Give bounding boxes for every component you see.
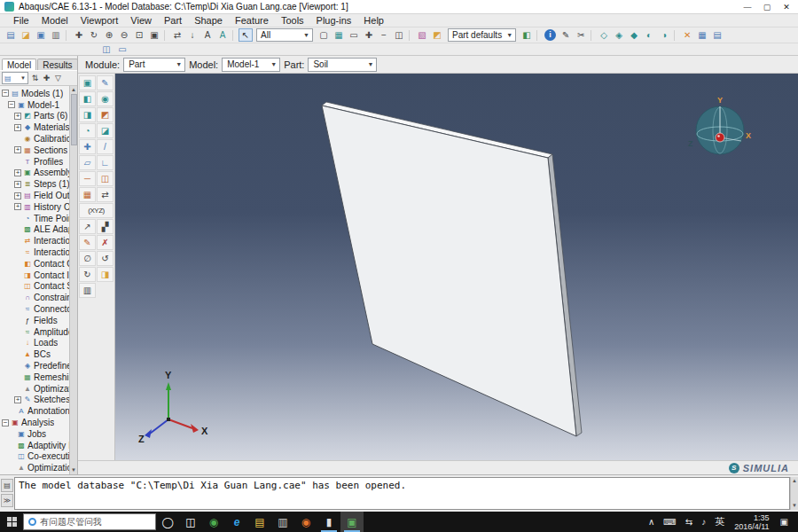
- scroll-down-icon[interactable]: ▼: [70, 466, 78, 474]
- create-chamfer-icon[interactable]: ◪: [97, 123, 113, 138]
- tree-item-predefined-fields[interactable]: ◈Predefined Fields: [0, 360, 69, 372]
- display-options-icon[interactable]: ▥: [79, 283, 96, 298]
- apply-front-view-icon[interactable]: ↓: [185, 28, 200, 42]
- tree-item-sketches[interactable]: +✎Sketches: [0, 395, 69, 406]
- pan-view-icon[interactable]: ✚: [72, 28, 86, 42]
- tree-item-ale-adaptive-mesh-constraints[interactable]: ▩ALE Adaptive Mesh Constraints: [0, 224, 69, 236]
- message-log[interactable]: The model database "C:\Temp\Di Xia Guan …: [14, 477, 790, 510]
- tree-item-parts-6[interactable]: +◩Parts (6): [0, 111, 69, 122]
- tree-item-bcs[interactable]: ▲BCs: [0, 348, 69, 360]
- scroll-down-icon[interactable]: ▼: [791, 502, 798, 510]
- tree-item-constraints[interactable]: ∩Constraints: [0, 292, 69, 303]
- tree-item-optimization-processes[interactable]: ▲Optimization Processes: [0, 462, 69, 473]
- box-zoom-icon[interactable]: ▣: [147, 28, 161, 42]
- wireframe-render-icon[interactable]: ◇: [597, 28, 611, 42]
- viewport-tile-horizontal-icon[interactable]: ◫: [99, 43, 113, 55]
- intersect-selected-icon[interactable]: ◫: [392, 28, 406, 42]
- tree-item-interaction-properties[interactable]: ≈Interaction Properties: [0, 246, 69, 258]
- hidden-line-render-icon[interactable]: ◈: [612, 28, 626, 42]
- translate-feature-icon[interactable]: ↗: [79, 219, 96, 234]
- edit-display-group-icon[interactable]: ▦: [332, 28, 346, 42]
- tree-cycle-icon[interactable]: ⇅: [29, 72, 41, 84]
- create-solid-revolve-icon[interactable]: ◉: [97, 91, 113, 106]
- menu-view[interactable]: View: [124, 15, 158, 26]
- tree-item-amplitudes[interactable]: ≈Amplitudes: [0, 326, 69, 338]
- collapse-icon[interactable]: −: [8, 101, 15, 108]
- tree-item-remeshing-rules[interactable]: ▦Remeshing Rules: [0, 372, 69, 383]
- display-group-combo[interactable]: All ▼: [256, 28, 313, 42]
- render-annotations-icon[interactable]: A: [200, 28, 215, 42]
- minimize-button[interactable]: —: [738, 1, 757, 13]
- tree-item-analysis[interactable]: −▣Analysis: [0, 417, 69, 428]
- datum-coordinates-tool[interactable]: (XYZ): [79, 203, 113, 218]
- scroll-thumb[interactable]: [71, 94, 77, 145]
- menu-shape[interactable]: Shape: [188, 15, 229, 26]
- tree-scrollbar[interactable]: ▲ ▼: [69, 86, 77, 474]
- tree-create-icon[interactable]: ✚: [41, 72, 52, 84]
- start-button[interactable]: [0, 512, 23, 532]
- query-info-icon[interactable]: i: [544, 29, 556, 41]
- collapse-icon[interactable]: −: [2, 90, 9, 97]
- mirror-feature-icon[interactable]: ⇄: [97, 187, 113, 202]
- menu-file[interactable]: File: [7, 15, 35, 26]
- datum-point-icon[interactable]: ✚: [79, 139, 96, 154]
- menu-model[interactable]: Model: [35, 15, 74, 26]
- auto-fit-view-icon[interactable]: ⊡: [132, 28, 146, 42]
- expand-icon[interactable]: +: [14, 113, 21, 120]
- datum-plane-icon[interactable]: ▱: [79, 155, 96, 170]
- tree-item-steps-1[interactable]: +≣Steps (1): [0, 178, 69, 190]
- create-part-icon[interactable]: ▣: [79, 75, 96, 90]
- menu-help[interactable]: Help: [357, 15, 390, 26]
- scroll-up-icon[interactable]: ▲: [791, 477, 798, 485]
- tree-item-assembly[interactable]: +▣Assembly: [0, 168, 69, 179]
- cortana-button[interactable]: ◯: [156, 512, 179, 532]
- action-center-icon[interactable]: ▣: [775, 517, 794, 527]
- part-combo[interactable]: Soil ▼: [308, 58, 377, 72]
- model-combo[interactable]: Model-1 ▼: [222, 58, 280, 72]
- tree-item-annotations[interactable]: AAnnotations: [0, 405, 69, 417]
- taskbar-search[interactable]: 有问题尽管问我: [23, 513, 156, 530]
- tree-item-contact-initializations[interactable]: ◨Contact Initializations: [0, 270, 69, 281]
- datum-csys-icon[interactable]: ∟: [97, 155, 113, 170]
- store-app-icon[interactable]: ▥: [271, 512, 294, 532]
- remove-selected-icon[interactable]: −: [377, 28, 391, 42]
- firefox-app-icon[interactable]: ◉: [294, 512, 317, 532]
- task-view-button[interactable]: ◫: [179, 512, 202, 532]
- add-selected-icon[interactable]: ✚: [362, 28, 376, 42]
- menu-viewport[interactable]: Viewport: [74, 15, 125, 26]
- expand-icon[interactable]: +: [14, 169, 21, 176]
- tab-results[interactable]: Results: [37, 59, 77, 70]
- volume-icon[interactable]: ♪: [697, 517, 710, 527]
- create-solid-extrude-icon[interactable]: ◧: [79, 91, 96, 106]
- viewport-canvas[interactable]: Y X Z Y: [115, 74, 798, 460]
- tree-item-calibrations[interactable]: ◉Calibrations: [0, 133, 69, 145]
- tree-item-history-output-requests[interactable]: +▥History Output Requests: [0, 201, 69, 213]
- taskbar-clock[interactable]: 1:35 2016/4/11: [729, 513, 774, 531]
- expand-icon[interactable]: +: [14, 203, 21, 210]
- tree-filter-icon[interactable]: ▽: [52, 72, 64, 84]
- datum-axis-icon[interactable]: /: [97, 139, 113, 154]
- perspective-on-icon[interactable]: ◐: [642, 28, 656, 42]
- scroll-up-icon[interactable]: ▲: [70, 86, 78, 94]
- delete-feature-icon[interactable]: ✗: [97, 235, 113, 250]
- command-line-tab[interactable]: ≫: [1, 494, 13, 507]
- view-cut-icon[interactable]: ✂: [574, 28, 588, 42]
- tree-item-sections[interactable]: +▦Sections: [0, 145, 69, 156]
- tree-item-jobs[interactable]: ▣Jobs: [0, 428, 69, 440]
- file-explorer-app-icon[interactable]: ▤: [248, 512, 271, 532]
- viewport-tile-vertical-icon[interactable]: ▭: [115, 43, 129, 55]
- color-palette-icon[interactable]: ◩: [430, 28, 444, 42]
- ime-language-badge[interactable]: 英: [710, 515, 729, 528]
- edit-feature-icon[interactable]: ✎: [79, 235, 96, 250]
- tree-item-models-1[interactable]: −▤Models (1): [0, 88, 69, 99]
- new-model-database-icon[interactable]: ▤: [4, 28, 18, 42]
- tray-expand-icon[interactable]: ∧: [644, 517, 659, 527]
- message-scrollbar[interactable]: ▲ ▼: [790, 477, 798, 510]
- select-cursor-icon[interactable]: ↖: [239, 28, 253, 42]
- zoom-out-icon[interactable]: ⊖: [117, 28, 131, 42]
- view-manager-icon[interactable]: ▤: [710, 28, 724, 42]
- tab-model[interactable]: Model: [2, 59, 36, 70]
- zoom-in-icon[interactable]: ⊕: [102, 28, 116, 42]
- collapse-icon[interactable]: −: [2, 419, 9, 426]
- partition-edge-icon[interactable]: ─: [79, 171, 96, 186]
